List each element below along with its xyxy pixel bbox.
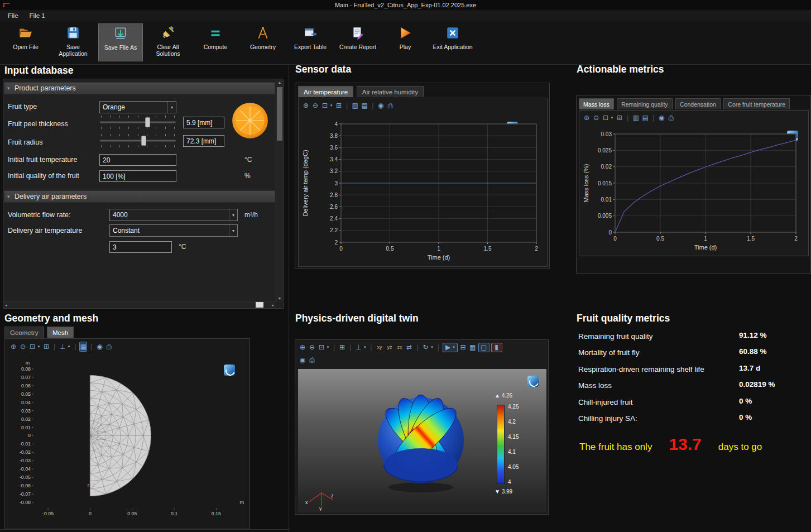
zoom-extents-icon[interactable]: ⊞ [616, 113, 623, 122]
horizontal-scrollbar[interactable]: ◂ ▸ [3, 301, 276, 308]
chevron-down-icon[interactable]: ▾ [326, 345, 330, 349]
air-temperature-select[interactable]: Constant ▾ [109, 224, 238, 237]
colorbar-tick: 4.05 [508, 464, 519, 470]
play-button[interactable]: Play [383, 23, 428, 61]
zoom-box-icon[interactable]: ⊡ [28, 342, 36, 351]
go-to-default-view-icon[interactable]: ⊥ [354, 343, 362, 352]
rotate-view-icon[interactable]: ↻ [422, 343, 430, 352]
play-animation-icon[interactable]: ▶ [444, 343, 452, 352]
chevron-down-icon[interactable]: ▾ [37, 344, 41, 349]
flip-view-icon[interactable]: ⇄ [405, 343, 413, 352]
scene-grid-icon[interactable]: ▦ [469, 343, 477, 352]
zoom-extents-icon[interactable]: ⊞ [335, 101, 343, 110]
clear-all-solutions-button[interactable]: Clear All Solutions [146, 23, 190, 61]
fruit-type-select[interactable]: Orange ▾ [99, 101, 176, 113]
zoom-out-icon[interactable]: ⊖ [592, 113, 600, 122]
zoom-extents-icon[interactable]: ⊞ [338, 343, 346, 352]
delivery-air-parameters-header[interactable]: ▾ Delivery air parameters [4, 190, 275, 203]
layers-icon[interactable]: ⊟ [459, 343, 467, 352]
fruit-radius-slider[interactable] [99, 133, 176, 148]
vertical-scrollbar[interactable]: ▲ ▼ [276, 79, 283, 301]
tab-air-temperature[interactable]: Air temperature [298, 86, 353, 97]
tab-core-fruit-temperature[interactable]: Core fruit temperature [723, 98, 790, 109]
go-to-view-icon[interactable]: ⊥ [59, 342, 66, 351]
chevron-down-icon[interactable]: ▾ [610, 116, 614, 120]
export-table-button[interactable]: Export Table [288, 23, 333, 61]
zoom-in-icon[interactable]: ⊕ [9, 342, 17, 351]
zoom-out-icon[interactable]: ⊖ [19, 342, 27, 351]
snapshot-camera-icon[interactable]: ◉ [95, 342, 103, 351]
air-temperature-value-input[interactable]: 3 [109, 241, 172, 253]
compute-button[interactable]: Compute [193, 23, 238, 61]
zoom-in-icon[interactable]: ⊕ [302, 101, 310, 110]
chevron-down-icon[interactable]: ▾ [67, 344, 71, 349]
geometry-button[interactable]: Geometry [241, 23, 285, 61]
chevron-down-icon[interactable]: ▾ [452, 345, 456, 349]
tab-mesh[interactable]: Mesh [47, 327, 74, 338]
slider-track[interactable] [100, 121, 176, 123]
x-log-scale-icon[interactable]: ▤ [361, 101, 368, 110]
chevron-down-icon[interactable]: ▾ [329, 103, 333, 108]
scrollbar-thumb[interactable] [277, 87, 282, 141]
y-log-scale-icon[interactable]: ▥ [351, 101, 359, 110]
scroll-left-arrow[interactable]: ◂ [5, 303, 7, 308]
view-zx-icon[interactable]: zx [395, 344, 404, 350]
tab-air-relative-humidity[interactable]: Air relative humidity [357, 86, 424, 97]
print-icon[interactable]: ⎙ [308, 356, 316, 365]
initial-quality-input[interactable]: 100 [%] [99, 170, 176, 182]
snapshot-camera-icon[interactable]: ◉ [299, 356, 306, 365]
snapshot-camera-icon[interactable]: ◉ [377, 101, 385, 110]
x-log-scale-icon[interactable]: ▤ [641, 113, 649, 122]
zoom-in-icon[interactable]: ⊕ [299, 343, 306, 352]
sensor-plot-canvas[interactable]: 22.22.42.62.833.23.43.63.8400.511.52Time… [300, 111, 545, 266]
zoom-out-icon[interactable]: ⊖ [311, 101, 319, 110]
scroll-down-arrow[interactable]: ▼ [276, 296, 283, 300]
print-icon[interactable]: ⎙ [667, 113, 675, 122]
comsol-logo-button[interactable] [527, 376, 539, 387]
scrollbar-thumb[interactable] [256, 302, 263, 308]
open-file-button[interactable]: Open File [3, 23, 48, 61]
print-icon[interactable]: ⎙ [105, 342, 113, 351]
fruit-radius-value[interactable]: 72.3 [mm] [183, 135, 224, 147]
menu-file-1[interactable]: File 1 [24, 11, 51, 20]
tab-geometry[interactable]: Geometry [4, 327, 44, 338]
zoom-box-icon[interactable]: ⊡ [321, 101, 329, 110]
tab-remaining-quality[interactable]: Remaining quality [617, 98, 672, 109]
slider-thumb[interactable] [141, 136, 146, 146]
initial-temperature-input[interactable]: 20 [99, 154, 176, 166]
tab-condensation[interactable]: Condensation [675, 98, 721, 109]
slider-track[interactable] [100, 140, 176, 142]
twin-3d-viewport[interactable]: ▲ 4.26 4.25 4.2 4.15 4.1 4.05 4 ▼ 3.99 x… [298, 369, 546, 512]
chevron-down-icon[interactable]: ▾ [363, 345, 367, 349]
zoom-in-icon[interactable]: ⊕ [583, 113, 591, 122]
scroll-right-arrow[interactable]: ▸ [272, 303, 274, 308]
zoom-box-icon[interactable]: ⊡ [602, 113, 610, 122]
view-yz-icon[interactable]: yz [385, 344, 393, 350]
zoom-out-icon[interactable]: ⊖ [308, 343, 316, 352]
zoom-extents-icon[interactable]: ⊞ [42, 342, 50, 351]
create-report-button[interactable]: Create Report [335, 23, 380, 61]
scroll-up-arrow[interactable]: ▲ [276, 80, 283, 84]
scene-light-icon[interactable]: ▢ [480, 343, 488, 352]
product-parameters-header[interactable]: ▾ Product parameters [4, 82, 275, 94]
chevron-down-icon[interactable]: ▾ [430, 345, 434, 349]
exit-application-button[interactable]: Exit Application [430, 23, 475, 61]
snapshot-camera-icon[interactable]: ◉ [658, 113, 665, 122]
slider-thumb[interactable] [145, 117, 150, 127]
zoom-box-icon[interactable]: ⊡ [318, 343, 325, 352]
view-xy-icon[interactable]: xy [375, 344, 383, 350]
peel-thickness-value[interactable]: 5.9 [mm] [183, 117, 224, 128]
y-log-scale-icon[interactable]: ▥ [632, 113, 640, 122]
orange-fruit-image [231, 102, 269, 140]
tab-mass-loss[interactable]: Mass loss [579, 98, 614, 109]
flow-rate-select[interactable]: 4000 ▾ [109, 209, 238, 221]
print-icon[interactable]: ⎙ [386, 101, 394, 110]
peel-thickness-slider[interactable] [99, 115, 176, 130]
massloss-plot-canvas[interactable]: 00.0050.010.0150.020.0250.0300.511.52Tim… [580, 123, 806, 255]
mesh-plot-canvas[interactable]: 0.080.070.060.050.040.030.020.010-0.01-0… [7, 354, 247, 526]
menu-file[interactable]: File [2, 11, 24, 20]
save-file-as-button[interactable]: Save File As [98, 23, 143, 61]
clip-plane-icon[interactable]: ▮ [493, 343, 501, 352]
save-application-button[interactable]: Save Application [51, 23, 95, 61]
show-grid-icon[interactable]: ▦ [79, 342, 87, 352]
